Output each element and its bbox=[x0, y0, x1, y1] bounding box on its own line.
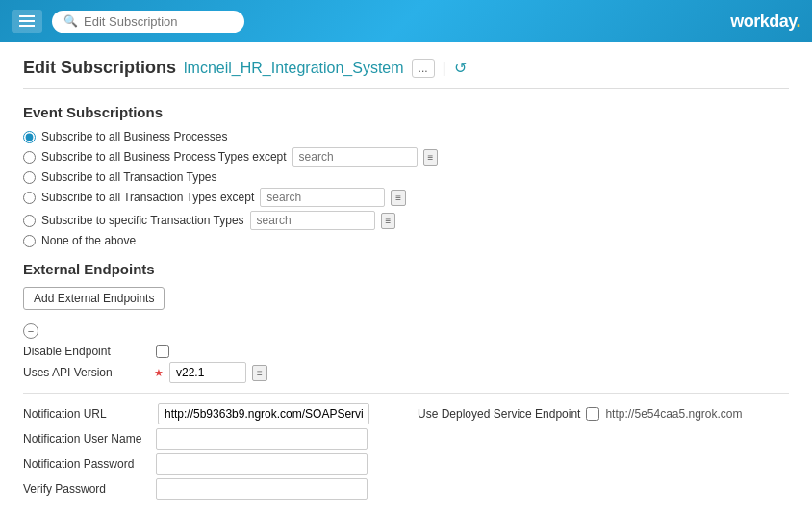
event-subscriptions-group: Subscribe to all Business Processes Subs… bbox=[23, 130, 789, 247]
notification-username-input[interactable] bbox=[156, 428, 368, 450]
notification-password-input[interactable] bbox=[156, 453, 368, 475]
radio-item-5: Subscribe to specific Transaction Types … bbox=[23, 211, 789, 230]
header: 🔍 workday. bbox=[0, 0, 812, 42]
radio-item-2: Subscribe to all Business Process Types … bbox=[23, 147, 789, 167]
notification-url-label: Notification URL bbox=[23, 407, 148, 421]
system-name: lmcneil_HR_Integration_System bbox=[184, 60, 404, 77]
radio-item-6: None of the above bbox=[23, 234, 789, 247]
verify-password-input[interactable] bbox=[156, 478, 368, 500]
event-subscriptions-title: Event Subscriptions bbox=[23, 104, 789, 120]
radio-transaction-types-except[interactable] bbox=[23, 192, 36, 204]
search-bar-container: 🔍 bbox=[52, 11, 244, 33]
specific-transaction-search[interactable] bbox=[250, 211, 375, 230]
disable-endpoint-label: Disable Endpoint bbox=[23, 345, 148, 358]
notification-url-input[interactable] bbox=[158, 403, 369, 424]
api-version-list-icon[interactable]: ≡ bbox=[252, 365, 267, 381]
bp-types-except-search[interactable] bbox=[292, 147, 418, 167]
deployed-service-label: Use Deployed Service Endpoint bbox=[418, 407, 580, 421]
deployed-service-url: http://5e54caa5.ngrok.com bbox=[605, 407, 742, 421]
transaction-types-list-icon[interactable]: ≡ bbox=[391, 190, 406, 206]
more-options-button[interactable]: ... bbox=[412, 59, 435, 78]
verify-password-label: Verify Password bbox=[23, 482, 148, 496]
radio-label-4: Subscribe to all Transaction Types excep… bbox=[41, 191, 254, 204]
menu-button[interactable] bbox=[12, 10, 42, 33]
api-version-required: ★ bbox=[154, 367, 164, 379]
radio-label-1: Subscribe to all Business Processes bbox=[41, 130, 227, 143]
api-version-row: Uses API Version ★ ≡ bbox=[23, 362, 789, 383]
divider-1 bbox=[23, 393, 789, 394]
external-endpoints-title: External Endpoints bbox=[23, 261, 789, 277]
page-title-row: Edit Subscriptions lmcneil_HR_Integratio… bbox=[23, 58, 789, 89]
search-icon: 🔍 bbox=[63, 14, 78, 28]
radio-all-transaction-types[interactable] bbox=[23, 171, 36, 184]
specific-transaction-list-icon[interactable]: ≡ bbox=[381, 213, 396, 229]
main-content: Edit Subscriptions lmcneil_HR_Integratio… bbox=[0, 42, 812, 514]
deployed-service-section: Use Deployed Service Endpoint http://5e5… bbox=[418, 407, 743, 421]
notification-username-label: Notification User Name bbox=[23, 432, 148, 446]
radio-all-business-processes[interactable] bbox=[23, 131, 36, 143]
radio-label-5: Subscribe to specific Transaction Types bbox=[41, 214, 244, 227]
transaction-types-except-search[interactable] bbox=[260, 188, 385, 207]
notification-username-row: Notification User Name bbox=[23, 428, 789, 450]
radio-item-3: Subscribe to all Transaction Types bbox=[23, 170, 789, 184]
page-title: Edit Subscriptions bbox=[23, 58, 176, 78]
radio-none-of-above[interactable] bbox=[23, 235, 36, 247]
separator: | bbox=[443, 60, 446, 77]
radio-label-3: Subscribe to all Transaction Types bbox=[41, 170, 217, 184]
bp-types-list-icon[interactable]: ≡ bbox=[423, 149, 439, 166]
api-version-label: Uses API Version bbox=[23, 366, 148, 379]
radio-item-4: Subscribe to all Transaction Types excep… bbox=[23, 188, 789, 207]
search-input[interactable] bbox=[84, 14, 218, 29]
radio-all-bp-types-except[interactable] bbox=[23, 151, 36, 164]
logo-dot: . bbox=[796, 12, 800, 31]
disable-endpoint-row: Disable Endpoint bbox=[23, 345, 789, 358]
api-version-input[interactable] bbox=[169, 362, 246, 383]
remove-endpoint-button[interactable]: − bbox=[23, 323, 38, 339]
disable-endpoint-checkbox[interactable] bbox=[156, 345, 169, 358]
header-left: 🔍 bbox=[12, 10, 244, 33]
verify-password-row: Verify Password bbox=[23, 478, 789, 500]
notification-password-row: Notification Password bbox=[23, 453, 789, 475]
notification-url-row: Notification URL Use Deployed Service En… bbox=[23, 403, 789, 424]
radio-specific-transaction-types[interactable] bbox=[23, 215, 36, 227]
radio-item-1: Subscribe to all Business Processes bbox=[23, 130, 789, 143]
deployed-service-checkbox[interactable] bbox=[586, 407, 599, 421]
workday-logo: workday. bbox=[730, 12, 800, 32]
radio-label-6: None of the above bbox=[41, 234, 136, 247]
notification-password-label: Notification Password bbox=[23, 457, 148, 471]
refresh-icon[interactable]: ↺ bbox=[454, 59, 467, 77]
add-external-endpoints-button[interactable]: Add External Endpoints bbox=[23, 287, 165, 310]
radio-label-2: Subscribe to all Business Process Types … bbox=[41, 150, 287, 164]
